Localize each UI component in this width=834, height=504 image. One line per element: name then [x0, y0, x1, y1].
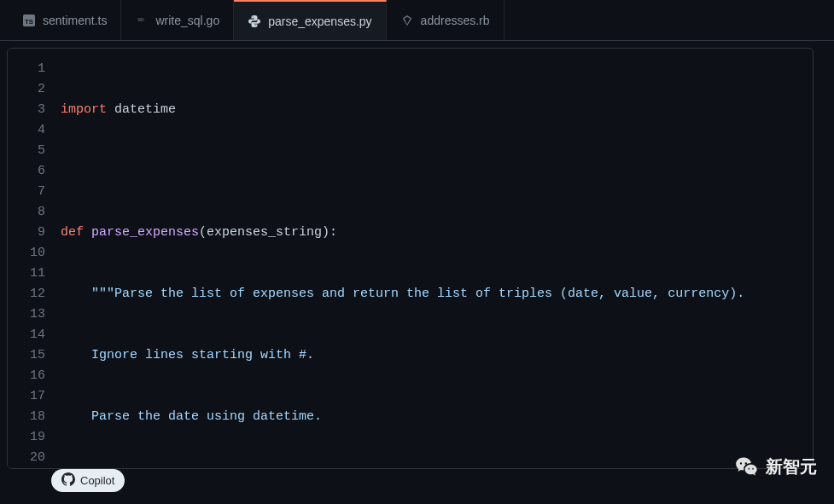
line-number: 3 — [8, 100, 45, 120]
line-number: 11 — [8, 264, 45, 284]
line-number: 19 — [8, 427, 45, 448]
line-number: 12 — [8, 284, 45, 304]
line-number: 10 — [8, 243, 45, 264]
line-number: 8 — [8, 202, 45, 223]
copilot-button[interactable]: Copilot — [51, 469, 125, 492]
line-number: 18 — [8, 407, 45, 427]
line-number: 2 — [8, 79, 45, 100]
code-line: Example expenses_string: — [52, 468, 813, 469]
typescript-icon: TS — [22, 14, 36, 27]
copilot-icon — [61, 472, 75, 489]
code-line: def parse_expenses(expenses_string): — [52, 223, 813, 243]
python-icon — [248, 14, 261, 28]
tab-label: parse_expenses.py — [268, 14, 371, 28]
watermark: 新智元 — [735, 455, 817, 478]
wechat-icon — [735, 455, 759, 478]
line-number: 6 — [8, 161, 45, 182]
code-line: """Parse the list of expenses and return… — [52, 284, 813, 304]
code-line: import datetime — [52, 100, 813, 120]
copilot-label: Copilot — [80, 474, 114, 487]
tab-label: write_sql.go — [155, 14, 219, 27]
svg-text:TS: TS — [25, 17, 33, 25]
line-number: 16 — [8, 366, 45, 386]
line-number: 1 — [8, 59, 45, 79]
code-line: Parse the date using datetime. — [52, 407, 813, 427]
tab-label: sentiment.ts — [43, 14, 107, 27]
line-number: 4 — [8, 120, 45, 141]
tab-label: addresses.rb — [421, 14, 490, 27]
code-line: Ignore lines starting with #. — [52, 345, 813, 366]
go-icon — [135, 14, 149, 27]
code-content[interactable]: import datetime def parse_expenses(expen… — [52, 49, 813, 468]
line-number: 14 — [8, 325, 45, 345]
tab-bar: TS sentiment.ts write_sql.go parse_expen… — [0, 0, 834, 41]
code-inner: 1 2 3 4 5 6 7 8 9 10 11 12 13 14 15 16 1… — [7, 48, 814, 469]
code-area: 1 2 3 4 5 6 7 8 9 10 11 12 13 14 15 16 1… — [0, 41, 834, 476]
ruby-icon — [400, 14, 414, 27]
watermark-text: 新智元 — [766, 455, 817, 478]
line-number: 9 — [8, 223, 45, 243]
line-number: 13 — [8, 304, 45, 325]
code-line — [52, 161, 813, 182]
line-gutter: 1 2 3 4 5 6 7 8 9 10 11 12 13 14 15 16 1… — [8, 49, 52, 468]
line-number: 7 — [8, 182, 45, 202]
line-number: 15 — [8, 345, 45, 366]
tab-addresses[interactable]: addresses.rb — [387, 0, 504, 40]
tab-sentiment[interactable]: TS sentiment.ts — [9, 0, 121, 40]
line-number: 17 — [8, 386, 45, 407]
line-number: 5 — [8, 141, 45, 161]
tab-parseexpenses[interactable]: parse_expenses.py — [234, 0, 386, 40]
line-number: 20 — [8, 448, 45, 468]
tab-writesql[interactable]: write_sql.go — [121, 0, 234, 40]
code-editor: TS sentiment.ts write_sql.go parse_expen… — [0, 0, 834, 478]
